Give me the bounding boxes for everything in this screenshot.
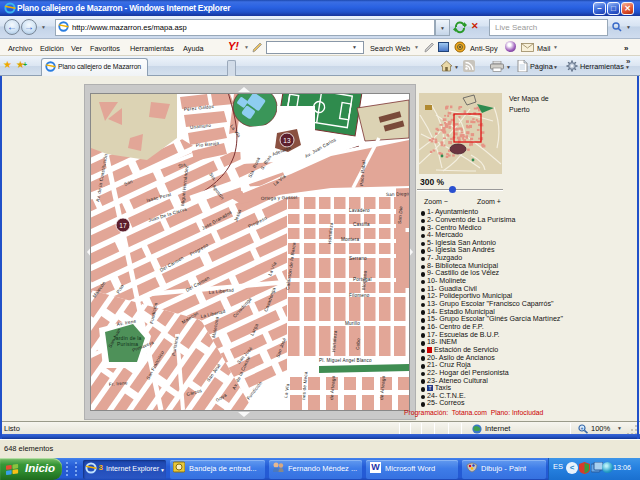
svg-text:Castilla: Castilla [353, 222, 370, 227]
svg-text:Serrano: Serrano [349, 256, 367, 261]
svg-text:17: 17 [119, 222, 127, 229]
svg-text:+: + [581, 425, 584, 431]
svg-text:13: 13 [283, 137, 291, 144]
svg-text:Filomeno: Filomeno [349, 293, 370, 298]
svg-text:Lavadero: Lavadero [349, 208, 370, 213]
svg-text:San Diego: San Diego [386, 191, 410, 197]
svg-text:Cubo: Cubo [355, 338, 361, 350]
svg-text:Montera: Montera [341, 237, 359, 242]
svg-text:Murillo: Murillo [345, 321, 360, 326]
svg-text:Purísima: Purísima [117, 341, 138, 347]
svg-text:Pl. Miguel Angel Blanco: Pl. Miguel Angel Blanco [319, 358, 372, 363]
